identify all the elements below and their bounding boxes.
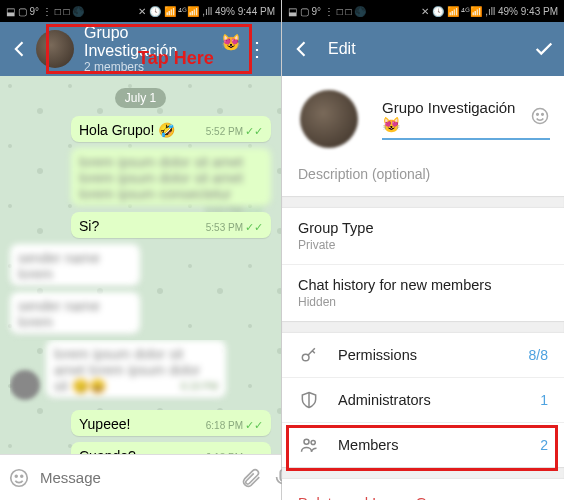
- permissions-label: Permissions: [338, 347, 511, 363]
- message-out[interactable]: Hola Grupo! 🤣 5:52 PM✓✓: [71, 116, 271, 142]
- svg-point-1: [15, 475, 17, 477]
- svg-point-4: [533, 109, 548, 124]
- message-in-blurred[interactable]: lorem ipsum dolor sit amet lorem ipsum d…: [46, 340, 226, 398]
- chat-history-value: Hidden: [298, 295, 548, 309]
- message-time: 6:18 PM✓✓: [206, 451, 263, 454]
- message-out[interactable]: Cuando? 6:18 PM✓✓: [71, 442, 271, 454]
- message-in-blurred[interactable]: sender name lorem: [10, 292, 140, 334]
- permissions-row[interactable]: Permissions 8/8: [282, 333, 564, 378]
- administrators-value: 1: [540, 392, 548, 408]
- attach-icon[interactable]: [240, 467, 262, 489]
- message-input[interactable]: [40, 469, 230, 486]
- chat-body[interactable]: July 1 Hola Grupo! 🤣 5:52 PM✓✓ lorem ips…: [0, 76, 281, 454]
- message-text: sender name lorem: [18, 298, 100, 330]
- confirm-icon[interactable]: [532, 37, 556, 61]
- emoji-picker-icon[interactable]: [530, 106, 550, 126]
- composer: [0, 454, 281, 500]
- group-type-label: Group Type: [298, 220, 548, 236]
- administrators-label: Administrators: [338, 392, 522, 408]
- group-type-value: Private: [298, 238, 548, 252]
- administrators-row[interactable]: Administrators 1: [282, 378, 564, 423]
- message-text: Hola Grupo! 🤣: [79, 122, 175, 138]
- message-text: Si?: [79, 218, 99, 234]
- svg-point-7: [302, 354, 309, 361]
- back-icon[interactable]: [8, 37, 32, 61]
- message-time: 6:18 PM: [181, 381, 218, 392]
- back-icon[interactable]: [290, 37, 314, 61]
- svg-point-2: [21, 475, 23, 477]
- message-out-blurred[interactable]: lorem ipsum dolor sit amet lorem ipsum d…: [71, 148, 271, 206]
- message-text: Cuando?: [79, 448, 136, 454]
- svg-point-6: [542, 114, 544, 116]
- emoji-icon[interactable]: [8, 467, 30, 489]
- edit-body: Grupo Investigación 😻 Description (optio…: [282, 76, 564, 500]
- status-bar: ⬓ ▢ 9° ⋮ □ □ 🌑 ✕ 🕓 📶 ⁴ᴳ📶 ,ıll 49% 9:44 P…: [0, 0, 281, 22]
- message-out[interactable]: Yupeee! 6:18 PM✓✓: [71, 410, 271, 436]
- chat-header[interactable]: Grupo Investigación 😻 2 members ⋮ Tap He…: [0, 22, 281, 76]
- edit-title: Edit: [328, 40, 356, 58]
- message-text: lorem ipsum dolor sit amet lorem ipsum d…: [54, 346, 200, 394]
- status-right: ✕ 🕓 📶 ⁴ᴳ📶 ,ıll 49% 9:43 PM: [421, 6, 558, 17]
- group-name-input[interactable]: Grupo Investigación 😻: [382, 99, 550, 140]
- group-type-row[interactable]: Group Type Private: [282, 208, 564, 265]
- message-time: 5:52 PM✓✓: [206, 125, 263, 138]
- status-bar: ⬓ ▢ 9° ⋮ □ □ 🌑 ✕ 🕓 📶 ⁴ᴳ📶 ,ıll 49% 9:43 P…: [282, 0, 564, 22]
- status-left: ⬓ ▢ 9° ⋮ □ □ 🌑: [6, 6, 84, 17]
- key-icon: [298, 345, 320, 365]
- svg-point-0: [11, 469, 28, 486]
- shield-icon: [298, 390, 320, 410]
- delete-leave-button[interactable]: Delete and Leave Group: [282, 479, 564, 500]
- status-right: ✕ 🕓 📶 ⁴ᴳ📶 ,ıll 49% 9:44 PM: [138, 6, 275, 17]
- date-chip: July 1: [115, 88, 166, 108]
- message-out[interactable]: Si? 5:53 PM✓✓: [71, 212, 271, 238]
- chat-history-label: Chat history for new members: [298, 277, 548, 293]
- message-time: 5:53 PM✓✓: [206, 221, 263, 234]
- members-highlight: [286, 425, 558, 471]
- group-avatar[interactable]: [300, 90, 358, 148]
- group-name-text: Grupo Investigación 😻: [382, 99, 530, 134]
- chat-history-row[interactable]: Chat history for new members Hidden: [282, 265, 564, 321]
- message-text: Yupeee!: [79, 416, 130, 432]
- permissions-value: 8/8: [529, 347, 548, 363]
- message-text: sender name lorem: [18, 250, 100, 282]
- message-in-blurred[interactable]: sender name lorem: [10, 244, 140, 286]
- svg-point-5: [537, 114, 539, 116]
- sender-avatar[interactable]: [10, 370, 40, 400]
- status-left: ⬓ ▢ 9° ⋮ □ □ 🌑: [288, 6, 366, 17]
- edit-header: Edit: [282, 22, 564, 76]
- description-input[interactable]: Description (optional): [282, 156, 564, 196]
- message-text: lorem ipsum dolor sit amet lorem ipsum d…: [79, 154, 243, 202]
- message-time: 6:18 PM✓✓: [206, 419, 263, 432]
- tap-here-label: Tap Here: [138, 48, 214, 69]
- group-name-row: Grupo Investigación 😻: [282, 76, 564, 156]
